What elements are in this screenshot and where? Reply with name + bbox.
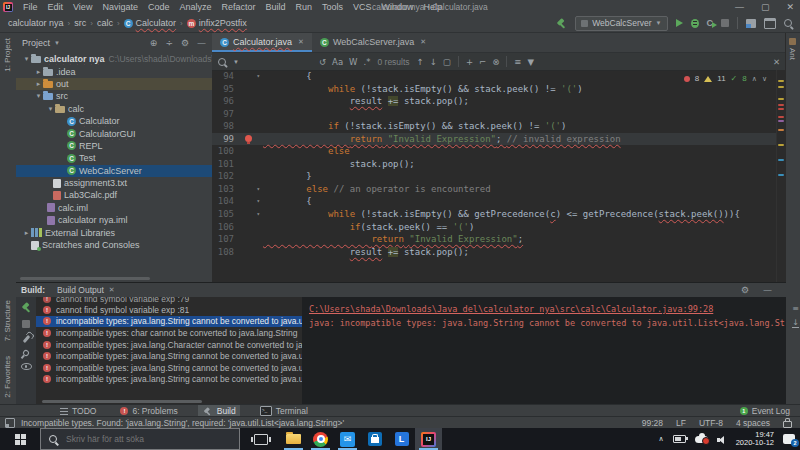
breadcrumb-item-src[interactable]: src — [74, 18, 86, 28]
hide-panel-icon[interactable]: — — [763, 285, 772, 295]
build-message-row[interactable]: !incompatible types: java.lang.String ca… — [36, 362, 302, 374]
breadcrumb-item-calc[interactable]: calc — [97, 18, 113, 28]
lock-icon[interactable] — [783, 421, 792, 428]
exclude-occurrence-icon[interactable]: ⊗ — [492, 57, 499, 67]
tree-item-scratches-and-consoles[interactable]: Scratches and Consoles — [16, 239, 212, 251]
tree-chevron-icon[interactable]: ▾ — [22, 55, 31, 63]
indent-setting[interactable]: 4 spaces — [736, 418, 770, 428]
stripe-mark[interactable] — [778, 86, 784, 88]
line-number[interactable]: 95 — [212, 83, 239, 96]
fold-icon[interactable]: ▾ — [256, 195, 260, 208]
chevron-down-icon[interactable]: ▼ — [233, 59, 239, 65]
next-error-icon[interactable]: ∨ — [762, 75, 767, 83]
inspections-widget[interactable]: 8 11 ✓ 8 ∧ ∨ — [681, 73, 770, 84]
collapse-all-icon[interactable]: ÷ — [165, 38, 173, 48]
view-options-icon[interactable] — [21, 363, 32, 370]
code-line-95[interactable]: 95 while (!stack.isEmpty() && stack.peek… — [212, 83, 777, 96]
tree-item-calc[interactable]: ▾calc — [16, 103, 212, 115]
build-message-row[interactable]: !incompatible types: char cannot be conv… — [36, 327, 302, 339]
line-number[interactable]: 97 — [212, 108, 239, 121]
line-number[interactable]: 106 — [212, 221, 239, 234]
menu-tools[interactable]: Tools — [317, 2, 348, 12]
filter-funnel-icon[interactable]: ▼ — [527, 57, 534, 67]
start-button[interactable] — [0, 428, 40, 450]
close-icon[interactable]: ✕ — [109, 286, 115, 294]
stop-button[interactable] — [721, 19, 729, 27]
line-number[interactable]: 103 — [212, 183, 239, 196]
stripe-mark[interactable] — [778, 116, 784, 118]
taskbar-app-explorer[interactable] — [280, 428, 307, 450]
prev-error-icon[interactable]: ∧ — [752, 75, 757, 83]
coverage-button[interactable]: C — [707, 19, 714, 28]
line-ending[interactable]: LF — [676, 418, 686, 428]
taskbar-app-l-app[interactable]: L — [388, 428, 415, 450]
code-line-96[interactable]: 96 result += stack.pop(); — [212, 95, 777, 108]
line-number[interactable]: 100 — [212, 145, 239, 158]
hide-panel-icon[interactable]: — — [197, 38, 206, 48]
code-line-108[interactable]: 108 result += stack.pop(); — [212, 246, 777, 259]
tree-chevron-icon[interactable]: ▸ — [22, 229, 31, 237]
file-encoding[interactable]: UTF-8 — [699, 418, 723, 428]
line-number[interactable]: 107 — [212, 233, 239, 246]
build-message-row[interactable]: !incompatible types: java.lang.Character… — [36, 339, 302, 351]
prev-occurrence-icon[interactable]: ↑ — [417, 57, 424, 67]
line-number[interactable]: 105 — [212, 208, 239, 221]
add-occurrence-icon[interactable]: + — [466, 57, 473, 67]
console-soft-wrap-icon[interactable]: ≡ — [792, 304, 799, 313]
words-icon[interactable]: W — [349, 57, 357, 67]
taskbar-app-chrome[interactable] — [307, 428, 334, 450]
tool-stripe-project[interactable]: 1: Project — [3, 38, 12, 72]
line-number[interactable]: 99 — [212, 133, 239, 146]
event-log-button[interactable]: 1 Event Log — [740, 406, 790, 416]
run-configuration-select[interactable]: WebCalcServer ▼ — [575, 16, 667, 31]
editor-search-input[interactable] — [246, 56, 312, 68]
regex-icon[interactable]: .* — [364, 57, 371, 67]
pin-tab-icon[interactable] — [22, 349, 30, 357]
fold-icon[interactable]: ▾ — [256, 208, 260, 221]
run-button[interactable] — [676, 19, 683, 27]
stripe-mark[interactable] — [778, 129, 784, 131]
build-message-row[interactable]: !cannot find symbol variable exp :81 — [36, 304, 302, 316]
stripe-mark[interactable] — [778, 80, 784, 82]
tool-stripe-ant[interactable]: Ant — [788, 38, 797, 60]
tree-item-out[interactable]: ▸out — [16, 78, 212, 90]
search-everywhere-button[interactable] — [784, 19, 792, 27]
tree-chevron-icon[interactable]: ▾ — [34, 92, 43, 100]
menu-run[interactable]: Run — [291, 2, 318, 12]
taskbar-search-input[interactable] — [64, 433, 208, 445]
menu-refactor[interactable]: Refactor — [216, 2, 260, 12]
build-message-row[interactable]: !cannot find symbol variable exp :79 — [36, 297, 302, 304]
tab-webcalcserver-java[interactable]: CWebCalcServer.java✕ — [312, 32, 434, 52]
build-message-row[interactable]: !incompatible types: java.lang.String ca… — [36, 350, 302, 362]
build-project-button[interactable] — [556, 18, 567, 29]
taskbar-search-box[interactable] — [40, 428, 240, 450]
fold-icon[interactable]: ▾ — [256, 183, 260, 196]
code-line-106[interactable]: 106 if(stack.peek() == '(') — [212, 221, 777, 234]
search-history-icon[interactable]: ↺ — [319, 57, 326, 67]
menu-view[interactable]: View — [68, 2, 97, 12]
tree-chevron-icon[interactable]: ▸ — [34, 68, 43, 76]
tree-item-lab3calc-pdf[interactable]: Lab3Calc.pdf — [16, 189, 212, 201]
tree-item-calculator-nya[interactable]: ▾calculator nyaC:\Users\shada\Downloads\… — [16, 53, 212, 65]
code-line-101[interactable]: 101 stack.pop(); — [212, 158, 777, 171]
stripe-mark[interactable] — [778, 104, 784, 106]
tree-item-calculator[interactable]: CCalculator — [16, 115, 212, 127]
chevron-down-icon[interactable]: ▼ — [54, 40, 60, 46]
menu-analyze[interactable]: Analyze — [174, 2, 216, 12]
code-line-102[interactable]: 102 } — [212, 170, 777, 183]
code-line-107[interactable]: 107 return "Invalid Expression"; — [212, 233, 777, 246]
project-hscrollbar[interactable] — [20, 277, 150, 280]
tree-chevron-icon[interactable]: ▸ — [34, 80, 43, 88]
tree-item-external-libraries[interactable]: ▸External Libraries — [16, 226, 212, 238]
close-button[interactable]: ✕ — [786, 2, 794, 12]
line-number[interactable]: 101 — [212, 158, 239, 171]
tree-item-calculator-nya-iml[interactable]: calculator nya.iml — [16, 214, 212, 226]
gear-icon[interactable]: ⚙ — [181, 38, 189, 48]
match-case-icon[interactable]: Aa — [332, 57, 343, 67]
tree-chevron-icon[interactable]: ▾ — [46, 105, 55, 113]
restore-layout-icon[interactable] — [764, 18, 776, 29]
menu-edit[interactable]: Edit — [43, 2, 69, 12]
line-number[interactable]: 102 — [212, 170, 239, 183]
rerun-build-button[interactable] — [21, 302, 32, 313]
project-panel-title[interactable]: Project — [22, 38, 50, 48]
